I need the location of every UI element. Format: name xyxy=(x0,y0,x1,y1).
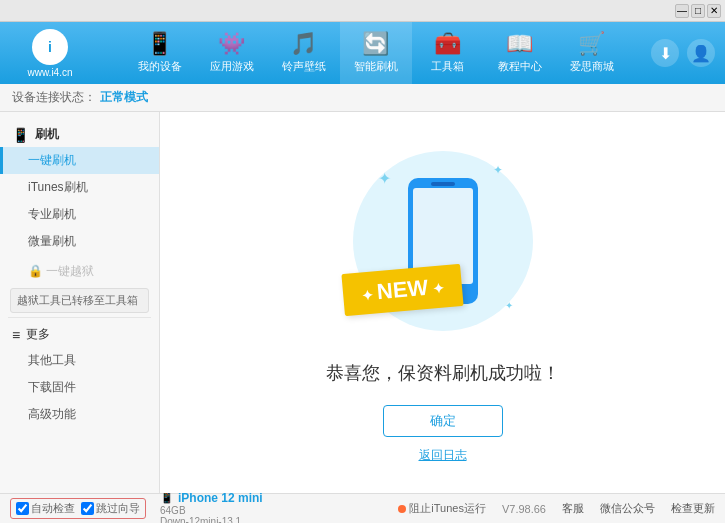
skip-wizard-checkbox[interactable] xyxy=(81,502,94,515)
itunes-indicator: 阻止iTunes运行 xyxy=(398,501,486,516)
auto-upgrade-label[interactable]: 自动检查 xyxy=(16,501,75,516)
success-text: 恭喜您，保资料刷机成功啦！ xyxy=(326,361,560,385)
minimize-button[interactable]: — xyxy=(675,4,689,18)
store-icon: 🛒 xyxy=(578,33,605,55)
nav-tutorials-label: 教程中心 xyxy=(498,59,542,74)
sidebar-flash-label: 刷机 xyxy=(35,126,59,143)
nav-apps[interactable]: 👾 应用游戏 xyxy=(196,22,268,84)
jailbreak-label: 一键越狱 xyxy=(46,264,94,278)
sidebar-flash-header: 📱 刷机 xyxy=(0,122,159,147)
flash-section-icon: 📱 xyxy=(12,127,29,143)
sparkle-2: ✦ xyxy=(493,163,503,177)
status-label: 设备连接状态： xyxy=(12,89,96,106)
my-device-icon: 📱 xyxy=(146,33,173,55)
tutorials-icon: 📖 xyxy=(506,33,533,55)
sidebar-item-one-click-flash[interactable]: 一键刷机 xyxy=(0,147,159,174)
customer-service-link[interactable]: 客服 xyxy=(562,501,584,516)
device-info: 📱 iPhone 12 mini 64GB Down-12mini-13,1 xyxy=(160,491,263,524)
skip-wizard-text: 跳过向导 xyxy=(96,501,140,516)
nav-wallpaper[interactable]: 🎵 铃声壁纸 xyxy=(268,22,340,84)
logo-icon: i xyxy=(32,29,68,65)
wechat-link[interactable]: 微信公众号 xyxy=(600,501,655,516)
nav-tools[interactable]: 🧰 工具箱 xyxy=(412,22,484,84)
content-area: ✦ ✦ ✦ NEW 恭喜您，保资料刷机成功啦！ 确定 返回日志 xyxy=(160,112,725,493)
nav-tutorials[interactable]: 📖 教程中心 xyxy=(484,22,556,84)
nav-smart-flash-label: 智能刷机 xyxy=(354,59,398,74)
nav-store-label: 爱思商城 xyxy=(570,59,614,74)
nav-items: 📱 我的设备 👾 应用游戏 🎵 铃声壁纸 🔄 智能刷机 🧰 工具箱 📖 教程中心… xyxy=(100,22,651,84)
lock-icon: 🔒 xyxy=(28,264,46,278)
device-capacity: 64GB xyxy=(160,505,263,516)
itunes-dot xyxy=(398,505,406,513)
close-button[interactable]: ✕ xyxy=(707,4,721,18)
nav-apps-label: 应用游戏 xyxy=(210,59,254,74)
itunes-label: 阻止iTunes运行 xyxy=(409,501,486,516)
phone-illustration: ✦ ✦ ✦ NEW xyxy=(343,141,543,341)
sidebar: 📱 刷机 一键刷机 iTunes刷机 专业刷机 微量刷机 🔒 一键越狱 越狱工具… xyxy=(0,112,160,493)
sidebar-more-header: ≡ 更多 xyxy=(0,322,159,347)
sidebar-item-other-tools[interactable]: 其他工具 xyxy=(0,347,159,374)
version-text: V7.98.66 xyxy=(502,503,546,515)
user-button[interactable]: 👤 xyxy=(687,39,715,67)
check-update-link[interactable]: 检查更新 xyxy=(671,501,715,516)
phone-circle-bg: ✦ ✦ ✦ NEW xyxy=(353,151,533,331)
checkbox-group: 自动检查 跳过向导 xyxy=(10,498,146,519)
skip-wizard-label[interactable]: 跳过向导 xyxy=(81,501,140,516)
logo: i www.i4.cn xyxy=(10,29,90,78)
back-link[interactable]: 返回日志 xyxy=(419,447,467,464)
nav-tools-label: 工具箱 xyxy=(431,59,464,74)
sparkle-3: ✦ xyxy=(505,300,513,311)
new-ribbon: NEW xyxy=(341,264,463,316)
nav-wallpaper-label: 铃声壁纸 xyxy=(282,59,326,74)
sidebar-item-pro-flash[interactable]: 专业刷机 xyxy=(0,201,159,228)
sidebar-more-label: 更多 xyxy=(26,326,50,343)
sidebar-item-jailbreak: 🔒 一键越狱 xyxy=(0,259,159,284)
status-value: 正常模式 xyxy=(100,89,148,106)
sidebar-item-save-data-flash[interactable]: 微量刷机 xyxy=(0,228,159,255)
device-model: Down-12mini-13,1 xyxy=(160,516,263,524)
sidebar-item-advanced[interactable]: 高级功能 xyxy=(0,401,159,428)
bottom-left: 自动检查 跳过向导 📱 iPhone 12 mini 64GB Down-12m… xyxy=(10,491,398,524)
bottom-right: 阻止iTunes运行 V7.98.66 客服 微信公众号 检查更新 xyxy=(398,501,715,516)
top-nav: i www.i4.cn 📱 我的设备 👾 应用游戏 🎵 铃声壁纸 🔄 智能刷机 … xyxy=(0,22,725,84)
auto-upgrade-checkbox[interactable] xyxy=(16,502,29,515)
status-bar: 设备连接状态： 正常模式 xyxy=(0,84,725,112)
tools-icon: 🧰 xyxy=(434,33,461,55)
nav-my-device[interactable]: 📱 我的设备 xyxy=(124,22,196,84)
sidebar-divider xyxy=(8,317,151,318)
sparkle-1: ✦ xyxy=(378,169,391,188)
nav-my-device-label: 我的设备 xyxy=(138,59,182,74)
wallpaper-icon: 🎵 xyxy=(290,33,317,55)
nav-store[interactable]: 🛒 爱思商城 xyxy=(556,22,628,84)
maximize-button[interactable]: □ xyxy=(691,4,705,18)
sidebar-item-download-firmware[interactable]: 下载固件 xyxy=(0,374,159,401)
main-content: 📱 刷机 一键刷机 iTunes刷机 专业刷机 微量刷机 🔒 一键越狱 越狱工具… xyxy=(0,112,725,493)
title-bar: — □ ✕ xyxy=(0,0,725,22)
download-button[interactable]: ⬇ xyxy=(651,39,679,67)
sidebar-item-itunes-flash[interactable]: iTunes刷机 xyxy=(0,174,159,201)
auto-upgrade-text: 自动检查 xyxy=(31,501,75,516)
more-section-icon: ≡ xyxy=(12,327,20,343)
sidebar-flash-section: 📱 刷机 一键刷机 iTunes刷机 专业刷机 微量刷机 xyxy=(0,118,159,259)
sidebar-warning: 越狱工具已转移至工具箱 xyxy=(10,288,149,313)
nav-smart-flash[interactable]: 🔄 智能刷机 xyxy=(340,22,412,84)
warning-text: 越狱工具已转移至工具箱 xyxy=(17,294,138,306)
smart-flash-icon: 🔄 xyxy=(362,33,389,55)
bottom-bar: 自动检查 跳过向导 📱 iPhone 12 mini 64GB Down-12m… xyxy=(0,493,725,523)
svg-rect-3 xyxy=(431,182,455,186)
confirm-button-label: 确定 xyxy=(430,412,456,430)
nav-right-buttons: ⬇ 👤 xyxy=(651,39,715,67)
apps-icon: 👾 xyxy=(218,33,245,55)
confirm-button[interactable]: 确定 xyxy=(383,405,503,437)
logo-text: www.i4.cn xyxy=(27,67,72,78)
